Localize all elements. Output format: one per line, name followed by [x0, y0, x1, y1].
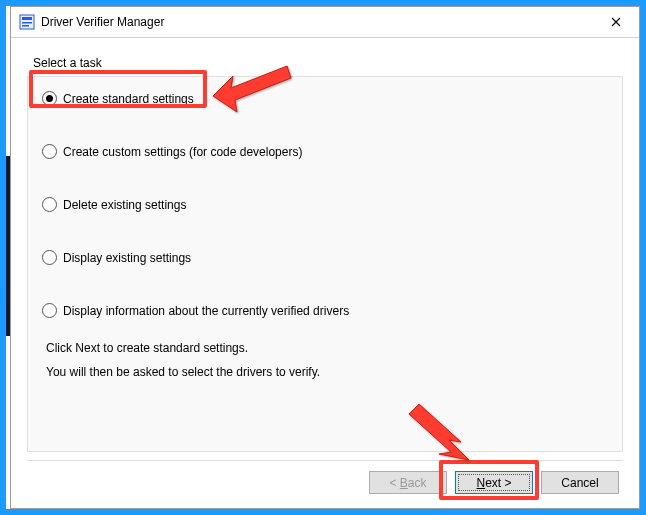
dialog-body: Select a task Create standard settings C…: [11, 38, 639, 508]
radio-create-custom[interactable]: Create custom settings (for code develop…: [42, 144, 608, 159]
separator: [27, 460, 623, 461]
dialog-window: Driver Verifier Manager Select a task Cr…: [10, 6, 640, 509]
close-button[interactable]: [593, 7, 639, 37]
svg-rect-3: [22, 25, 29, 27]
radio-icon: [42, 144, 57, 159]
close-icon: [611, 17, 621, 27]
radio-label: Display information about the currently …: [63, 304, 349, 318]
help-line: You will then be asked to select the dri…: [46, 360, 608, 384]
window-title: Driver Verifier Manager: [41, 15, 164, 29]
button-label: Cancel: [561, 476, 598, 490]
button-label: < Back: [389, 476, 426, 490]
next-button[interactable]: Next >: [455, 471, 533, 494]
title-bar: Driver Verifier Manager: [11, 7, 639, 38]
radio-label: Display existing settings: [63, 251, 191, 265]
radio-display-current[interactable]: Display information about the currently …: [42, 303, 608, 318]
radio-icon: [42, 250, 57, 265]
wizard-buttons: < Back Next > Cancel: [27, 471, 623, 494]
radio-icon: [42, 303, 57, 318]
radio-display-existing[interactable]: Display existing settings: [42, 250, 608, 265]
back-button: < Back: [369, 471, 447, 494]
cancel-button[interactable]: Cancel: [541, 471, 619, 494]
help-line: Click Next to create standard settings.: [46, 336, 608, 360]
radio-icon: [42, 91, 57, 106]
button-label: Next >: [476, 476, 511, 490]
app-icon: [19, 14, 35, 30]
task-group: Create standard settings Create custom s…: [27, 76, 623, 452]
radio-create-standard[interactable]: Create standard settings: [42, 91, 608, 106]
help-text: Click Next to create standard settings. …: [46, 336, 608, 384]
svg-rect-2: [22, 22, 32, 24]
radio-delete-existing[interactable]: Delete existing settings: [42, 197, 608, 212]
radio-icon: [42, 197, 57, 212]
svg-rect-1: [22, 17, 32, 20]
radio-label: Delete existing settings: [63, 198, 186, 212]
task-prompt: Select a task: [33, 56, 623, 70]
radio-label: Create custom settings (for code develop…: [63, 145, 302, 159]
radio-label: Create standard settings: [63, 92, 194, 106]
